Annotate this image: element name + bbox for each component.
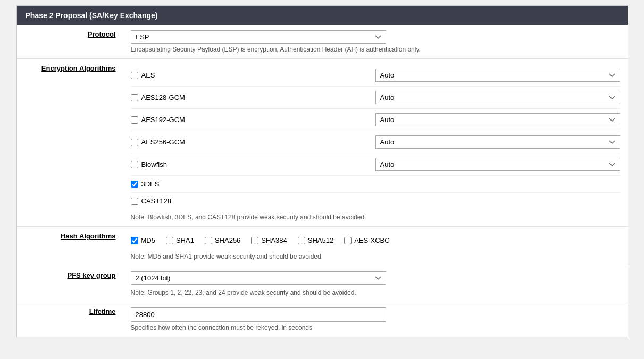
hash-note: Note: MD5 and SHA1 provide weak security… bbox=[131, 253, 620, 260]
encryption-row: Encryption Algorithms AES Auto 128 192 2… bbox=[17, 59, 628, 227]
hash-label: Hash Algorithms bbox=[61, 232, 116, 240]
enc-algo-aes-label[interactable]: AES bbox=[131, 71, 155, 79]
enc-select-aes256gcm[interactable]: Auto 256 bbox=[375, 135, 620, 149]
enc-select-aes192gcm[interactable]: Auto 192 bbox=[375, 113, 620, 126]
panel-title: Phase 2 Proposal (SA/Key Exchange) bbox=[26, 11, 158, 20]
enc-algo-cast128-row: CAST128 bbox=[131, 193, 620, 209]
enc-algo-aes-row: AES Auto 128 192 256 bbox=[131, 64, 620, 87]
enc-algo-blowfish-label[interactable]: Blowfish bbox=[131, 160, 167, 168]
hash-checkbox-sha512[interactable] bbox=[298, 237, 305, 244]
enc-algo-aes-name: AES bbox=[141, 71, 155, 79]
enc-algo-3des-row: 3DES bbox=[131, 176, 620, 193]
enc-checkbox-aes192gcm[interactable] bbox=[131, 116, 138, 124]
enc-algo-aes128gcm-row: AES128-GCM Auto 128 bbox=[131, 87, 620, 109]
protocol-label-cell: Protocol bbox=[17, 25, 123, 59]
enc-algo-aes192gcm-row: AES192-GCM Auto 192 bbox=[131, 109, 620, 131]
enc-algo-3des-name: 3DES bbox=[141, 180, 160, 188]
protocol-content: ESP AH Encapsulating Security Payload (E… bbox=[123, 25, 628, 59]
enc-algo-blowfish-row: Blowfish Auto 128 256 bbox=[131, 153, 620, 176]
hash-aes-xcbc-label[interactable]: AES-XCBC bbox=[344, 236, 389, 244]
enc-algo-aes192gcm-name: AES192-GCM bbox=[141, 116, 185, 124]
hash-checkbox-aes-xcbc[interactable] bbox=[344, 237, 352, 244]
hash-row: Hash Algorithms MD5 SHA1 SHA256 bbox=[17, 227, 628, 266]
hash-sha256-label[interactable]: SHA256 bbox=[205, 236, 240, 244]
lifetime-label-cell: Lifetime bbox=[17, 302, 123, 337]
lifetime-row: Lifetime Specifies how often the connect… bbox=[17, 302, 628, 337]
enc-algo-aes128gcm-name: AES128-GCM bbox=[141, 93, 185, 101]
hash-checkbox-sha384[interactable] bbox=[251, 237, 258, 244]
hash-checkbox-sha256[interactable] bbox=[205, 237, 212, 244]
protocol-select[interactable]: ESP AH bbox=[131, 30, 386, 44]
enc-algo-aes256gcm-label[interactable]: AES256-GCM bbox=[131, 138, 185, 146]
hash-sha384-name: SHA384 bbox=[261, 236, 287, 244]
lifetime-content: Specifies how often the connection must … bbox=[123, 302, 628, 337]
protocol-hint: Encapsulating Security Payload (ESP) is … bbox=[131, 46, 620, 53]
hash-md5-label[interactable]: MD5 bbox=[131, 236, 155, 244]
lifetime-input[interactable] bbox=[131, 307, 386, 322]
enc-checkbox-aes256gcm[interactable] bbox=[131, 139, 138, 146]
enc-checkbox-aes128gcm[interactable] bbox=[131, 94, 138, 101]
encryption-label: Encryption Algorithms bbox=[41, 64, 116, 72]
enc-algo-aes192gcm-label[interactable]: AES192-GCM bbox=[131, 116, 185, 124]
enc-checkbox-aes[interactable] bbox=[131, 72, 138, 79]
enc-algo-blowfish-name: Blowfish bbox=[141, 160, 167, 168]
enc-algo-aes256gcm-name: AES256-GCM bbox=[141, 138, 185, 146]
panel: Phase 2 Proposal (SA/Key Exchange) Proto… bbox=[16, 5, 628, 337]
form-table: Protocol ESP AH Encapsulating Security P… bbox=[17, 25, 628, 337]
hash-checkbox-sha1[interactable] bbox=[166, 237, 173, 244]
enc-checkbox-3des[interactable] bbox=[131, 181, 138, 188]
pfs-select[interactable]: off 1 (768 bit) 2 (1024 bit) 5 (1536 bit… bbox=[131, 271, 386, 285]
hash-content: MD5 SHA1 SHA256 SHA384 bbox=[123, 227, 628, 266]
enc-algo-3des-label[interactable]: 3DES bbox=[131, 180, 227, 188]
panel-header: Phase 2 Proposal (SA/Key Exchange) bbox=[17, 6, 628, 25]
hash-aes-xcbc-name: AES-XCBC bbox=[354, 236, 389, 244]
encryption-note: Note: Blowfish, 3DES, and CAST128 provid… bbox=[131, 213, 620, 221]
enc-algo-cast128-name: CAST128 bbox=[141, 197, 171, 205]
pfs-content: off 1 (768 bit) 2 (1024 bit) 5 (1536 bit… bbox=[123, 266, 628, 302]
enc-algo-cast128-label[interactable]: CAST128 bbox=[131, 197, 227, 205]
hash-label-cell: Hash Algorithms bbox=[17, 227, 123, 266]
protocol-row: Protocol ESP AH Encapsulating Security P… bbox=[17, 25, 628, 59]
enc-checkbox-blowfish[interactable] bbox=[131, 161, 138, 168]
encryption-content: AES Auto 128 192 256 AES128-GCM bbox=[123, 59, 628, 227]
hash-sha384-label[interactable]: SHA384 bbox=[251, 236, 287, 244]
pfs-note: Note: Groups 1, 2, 22, 23, and 24 provid… bbox=[131, 289, 620, 296]
hash-checkbox-md5[interactable] bbox=[131, 237, 138, 244]
hash-sha256-name: SHA256 bbox=[215, 236, 240, 244]
encryption-label-cell: Encryption Algorithms bbox=[17, 59, 123, 227]
enc-algo-aes128gcm-label[interactable]: AES128-GCM bbox=[131, 93, 185, 101]
pfs-row: PFS key group off 1 (768 bit) 2 (1024 bi… bbox=[17, 266, 628, 302]
hash-sha1-label[interactable]: SHA1 bbox=[166, 236, 194, 244]
hash-sha512-label[interactable]: SHA512 bbox=[298, 236, 333, 244]
hash-md5-name: MD5 bbox=[141, 236, 155, 244]
enc-checkbox-cast128[interactable] bbox=[131, 198, 138, 205]
protocol-label: Protocol bbox=[88, 30, 116, 38]
lifetime-label: Lifetime bbox=[89, 307, 116, 315]
hash-sha512-name: SHA512 bbox=[308, 236, 333, 244]
lifetime-hint: Specifies how often the connection must … bbox=[131, 324, 620, 331]
enc-select-blowfish[interactable]: Auto 128 256 bbox=[375, 158, 620, 171]
enc-algo-aes256gcm-row: AES256-GCM Auto 256 bbox=[131, 131, 620, 153]
enc-select-aes128gcm[interactable]: Auto 128 bbox=[375, 91, 620, 104]
enc-select-aes[interactable]: Auto 128 192 256 bbox=[375, 69, 620, 82]
hash-sha1-name: SHA1 bbox=[176, 236, 194, 244]
hash-algorithms-row: MD5 SHA1 SHA256 SHA384 bbox=[131, 232, 620, 249]
pfs-label-cell: PFS key group bbox=[17, 266, 123, 302]
pfs-label: PFS key group bbox=[67, 271, 115, 279]
